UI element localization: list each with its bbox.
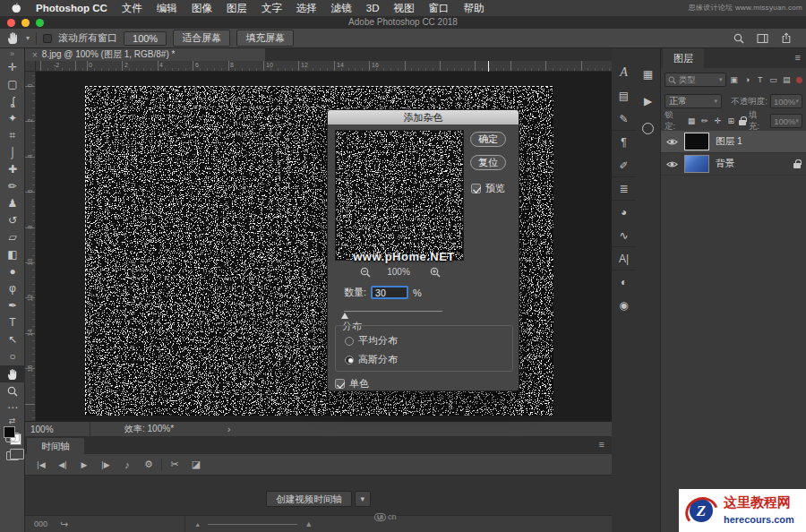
next-frame-button[interactable]: |▶ [97, 460, 115, 469]
menu-3d[interactable]: 3D [366, 3, 380, 13]
glyphs-panel-icon[interactable]: A [612, 61, 636, 84]
timeline-settings-gear-icon[interactable]: ⚙ [140, 459, 158, 470]
character-panel-icon[interactable]: A| [612, 247, 636, 270]
preview-checkbox-row[interactable]: 预览 [471, 182, 505, 195]
blend-mode-select[interactable]: 正常 ▾ [665, 94, 722, 108]
status-zoom-field[interactable]: 100% [25, 425, 90, 434]
layer-row-layer1[interactable]: 图层 1 [661, 131, 806, 153]
gaussian-radio[interactable] [345, 356, 354, 365]
dialog-titlebar[interactable]: 添加杂色 [328, 110, 519, 124]
ellipse-tool[interactable]: ○ [0, 348, 25, 365]
adjustments-panel-icon[interactable]: ≣ [612, 177, 636, 201]
layer-row-background[interactable]: 背景 [661, 153, 806, 176]
reset-button[interactable]: 复位 [470, 155, 506, 170]
ok-button[interactable]: 确定 [470, 132, 506, 147]
layer-name[interactable]: 图层 1 [716, 135, 742, 148]
layers-panel-menu-icon[interactable]: ≡ [795, 52, 801, 63]
layer-filter-search[interactable]: 类型 ▾ [665, 73, 726, 87]
blur-tool[interactable]: ● [0, 263, 25, 280]
preview-checkbox[interactable] [471, 184, 481, 193]
screen-mode-icon[interactable] [6, 451, 19, 460]
eraser-tool[interactable]: ▱ [0, 229, 25, 246]
swap-colors-icon[interactable]: ⇄ [0, 416, 24, 425]
zoom-tool[interactable] [0, 382, 25, 399]
move-tool[interactable]: ✛ [0, 59, 25, 76]
uniform-radio[interactable] [345, 337, 354, 346]
opacity-select[interactable]: 100% ▾ [770, 94, 802, 108]
quick-selection-tool[interactable]: ✦ [0, 110, 25, 127]
lock-transparency-icon[interactable]: ▦ [686, 116, 697, 125]
close-tab-icon[interactable]: × [32, 50, 38, 60]
menu-help[interactable]: 帮助 [464, 2, 484, 15]
layer-name[interactable]: 背景 [716, 158, 734, 170]
fill-screen-button[interactable]: 填充屏幕 [236, 30, 294, 47]
menu-image[interactable]: 图像 [192, 2, 212, 15]
document-tab[interactable]: × 8.jpg @ 100% (图层 1, RGB/8#) * [25, 48, 265, 61]
go-first-frame-button[interactable]: |◀ [32, 460, 50, 469]
timeline-zoom-in-icon[interactable]: ▲ [304, 519, 313, 528]
fit-screen-button[interactable]: 适合屏幕 [173, 30, 230, 47]
brush-settings-panel-icon[interactable]: ✐ [612, 154, 636, 177]
tab-timeline[interactable]: 时间轴 [27, 438, 84, 454]
menu-view[interactable]: 视图 [394, 2, 415, 15]
creative-cloud-icon[interactable] [636, 115, 660, 142]
filter-toggle-icon[interactable] [796, 77, 802, 83]
transition-icon[interactable]: ◪ [187, 459, 205, 470]
audio-toggle-icon[interactable]: ♪ [118, 459, 136, 470]
eyedropper-tool[interactable]: ⌡ [0, 144, 25, 161]
pen-tool[interactable]: ✒ [0, 297, 25, 314]
monochromatic-checkbox[interactable] [335, 379, 345, 389]
lasso-tool[interactable]: ʆ [0, 93, 25, 110]
split-clip-scissors-icon[interactable]: ✂ [166, 459, 184, 470]
actions-panel-icon[interactable]: ▶ [636, 88, 660, 115]
spot-healing-tool[interactable]: ✚ [0, 161, 25, 178]
paragraph-styles-panel-icon[interactable]: ◉ [612, 294, 636, 317]
libraries-panel-icon[interactable]: ▦ [636, 61, 660, 88]
zoom-in-icon[interactable] [430, 267, 441, 278]
hand-tool[interactable] [0, 365, 25, 382]
layer-thumbnail[interactable] [684, 155, 709, 173]
lock-artboard-icon[interactable]: ⊞ [725, 116, 736, 125]
search-icon[interactable] [733, 33, 744, 44]
apple-menu[interactable] [11, 2, 21, 15]
zoom-out-icon[interactable] [360, 267, 371, 278]
crop-tool[interactable]: ⌗ [0, 127, 25, 144]
layer-thumbnail[interactable] [684, 133, 709, 150]
gradients-panel-icon[interactable]: ◐ [612, 270, 636, 294]
collapse-tools-icon[interactable]: » [0, 48, 24, 59]
clone-stamp-tool[interactable]: ♟ [0, 195, 25, 212]
fill-select[interactable]: 100% ▾ [770, 114, 802, 128]
create-timeline-caret-icon[interactable]: ▾ [355, 491, 371, 507]
amount-input[interactable] [371, 286, 408, 299]
color-panel-icon[interactable]: ◕ [612, 201, 636, 224]
play-button[interactable]: ▶ [75, 460, 93, 469]
history-brush-tool[interactable]: ↺ [0, 212, 25, 229]
dodge-tool[interactable]: φ [0, 280, 25, 297]
type-tool[interactable]: T [0, 314, 25, 331]
marquee-tool[interactable]: ▢ [0, 76, 25, 93]
shortcut-arrow-icon[interactable]: ↪ [47, 519, 68, 530]
paragraph-panel-icon[interactable]: ¶ [612, 131, 636, 154]
lock-position-icon[interactable]: ✛ [713, 116, 724, 125]
share-icon[interactable] [781, 32, 792, 44]
edit-toolbar-button[interactable]: ⋯ [0, 399, 25, 416]
monochromatic-row[interactable]: 单色 [335, 377, 369, 390]
path-selection-tool[interactable]: ↖ [0, 331, 25, 348]
visibility-eye-icon[interactable] [666, 138, 678, 146]
scroll-all-windows-checkbox[interactable] [43, 34, 52, 43]
menu-select[interactable]: 选择 [296, 2, 317, 15]
menu-layer[interactable]: 图层 [227, 2, 247, 15]
visibility-eye-icon[interactable] [666, 160, 678, 168]
timeline-zoom-out-icon[interactable]: ▲ [194, 521, 201, 528]
menu-file[interactable]: 文件 [122, 2, 142, 15]
lock-pixels-icon[interactable]: ✏ [699, 116, 710, 125]
menu-edit[interactable]: 编辑 [157, 2, 177, 15]
gaussian-radio-row[interactable]: 高斯分布 [345, 353, 398, 366]
previous-frame-button[interactable]: ◀| [54, 460, 72, 469]
menu-type[interactable]: 文字 [262, 2, 282, 15]
foreground-color-swatch[interactable] [4, 426, 15, 438]
create-video-timeline-button[interactable]: 创建视频时间轴 [266, 491, 352, 507]
workspace-icon[interactable] [757, 33, 768, 44]
brush-tool[interactable]: ✏ [0, 178, 25, 195]
document-canvas[interactable] [36, 72, 612, 421]
